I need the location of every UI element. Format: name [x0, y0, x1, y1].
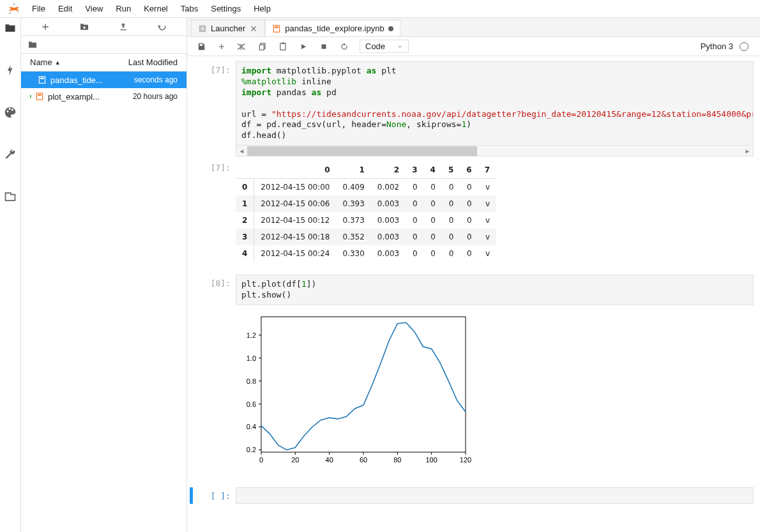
- running-icon[interactable]: [4, 64, 17, 77]
- copy-button[interactable]: [254, 39, 271, 54]
- kernel-status-icon[interactable]: [740, 42, 749, 51]
- column-header: 3: [406, 162, 423, 179]
- code-cell[interactable]: [8]: plt.plot(df[1]) plt.show(): [187, 273, 760, 307]
- menu-edit[interactable]: Edit: [52, 1, 79, 16]
- table-cell: 0.003: [371, 212, 406, 229]
- table-cell: 2012-04-15 00:12: [254, 212, 337, 229]
- table-cell: 0: [406, 179, 423, 196]
- notebook-icon: [38, 75, 47, 84]
- dataframe-table: 0123456702012-04-15 00:000.4090.0020000v…: [236, 162, 496, 262]
- table-cell: 0.330: [337, 245, 371, 262]
- row-index: 2: [236, 212, 254, 229]
- code-cell[interactable]: [7]: import matplotlib.pyplot as plt %ma…: [187, 60, 760, 158]
- row-index: 0: [236, 179, 254, 196]
- table-cell: 0: [406, 245, 423, 262]
- sort-caret-icon: ▲: [55, 59, 61, 66]
- table-cell: 0: [442, 195, 460, 212]
- table-cell: 0.003: [371, 229, 406, 245]
- table-cell: 0: [460, 245, 478, 262]
- filebrowser-toolbar: [21, 18, 186, 36]
- table-cell: 0.373: [337, 212, 371, 229]
- table-cell: 0: [424, 245, 442, 262]
- notebook[interactable]: [7]: import matplotlib.pyplot as plt %ma…: [187, 56, 760, 532]
- table-cell: 0.003: [371, 245, 406, 262]
- kernel-name[interactable]: Python 3: [701, 42, 733, 51]
- tab[interactable]: Launcher: [191, 20, 265, 36]
- refresh-button[interactable]: [142, 22, 181, 32]
- menu-view[interactable]: View: [79, 1, 109, 16]
- cell-selection-bar: [190, 487, 193, 504]
- x-tick-label: 120: [460, 456, 471, 464]
- table-cell: 0: [424, 229, 442, 245]
- folder-icon[interactable]: [4, 22, 17, 34]
- scrollbar-thumb[interactable]: [247, 146, 477, 156]
- breadcrumb[interactable]: [21, 36, 186, 54]
- file-browser: Name ▲ Last Modified pandas_tide... seco…: [21, 18, 187, 532]
- table-cell: v: [478, 212, 496, 229]
- add-cell-button[interactable]: [213, 39, 231, 54]
- file-row[interactable]: pandas_tide... seconds ago: [21, 72, 186, 88]
- launcher-icon: [198, 24, 207, 33]
- file-row[interactable]: plot_exampl... 20 hours ago: [21, 88, 186, 105]
- code-input[interactable]: [236, 487, 754, 504]
- menu-help[interactable]: Help: [247, 1, 277, 16]
- stop-button[interactable]: [315, 39, 333, 54]
- menu-file[interactable]: File: [26, 1, 52, 16]
- notebook-icon: [272, 24, 281, 33]
- output-prompt: [190, 308, 236, 472]
- scroll-left-icon[interactable]: ◄: [236, 148, 247, 155]
- new-launcher-button[interactable]: [26, 22, 65, 32]
- column-modified[interactable]: Last Modified: [128, 57, 178, 67]
- table-cell: 0.003: [371, 195, 406, 212]
- run-button[interactable]: [294, 39, 312, 54]
- celltype-select[interactable]: Code: [360, 40, 409, 53]
- column-name[interactable]: Name ▲: [30, 57, 61, 67]
- cut-button[interactable]: [233, 39, 251, 54]
- x-tick-label: 80: [393, 456, 401, 464]
- new-folder-button[interactable]: [65, 22, 104, 32]
- table-cell: 0.002: [371, 179, 406, 196]
- x-tick-label: 40: [326, 456, 333, 464]
- menu-settings[interactable]: Settings: [204, 1, 247, 16]
- running-dot-icon: [30, 95, 31, 98]
- upload-button[interactable]: [104, 22, 143, 32]
- output-cell: [7]: 0123456702012-04-15 00:000.4090.002…: [187, 158, 760, 263]
- svg-rect-3: [39, 77, 45, 84]
- menu-run[interactable]: Run: [109, 1, 137, 16]
- input-prompt: [8]:: [190, 275, 236, 305]
- column-header: 5: [442, 162, 460, 179]
- restart-button[interactable]: [335, 39, 353, 54]
- table-cell: v: [478, 229, 496, 245]
- activity-bar: [0, 18, 21, 532]
- close-icon[interactable]: [249, 24, 258, 33]
- menu-tabs[interactable]: Tabs: [174, 1, 204, 16]
- wrench-icon[interactable]: [4, 148, 17, 161]
- tab[interactable]: pandas_tide_explore.ipynb: [265, 20, 400, 36]
- tab-label: pandas_tide_explore.ipynb: [285, 24, 384, 33]
- scroll-right-icon[interactable]: ►: [742, 148, 753, 155]
- table-cell: v: [478, 179, 496, 196]
- svg-point-0: [13, 3, 15, 5]
- code-input[interactable]: import matplotlib.pyplot as plt %matplot…: [236, 61, 754, 146]
- code-input[interactable]: plt.plot(df[1]) plt.show(): [236, 275, 754, 305]
- file-modified: 20 hours ago: [133, 92, 178, 101]
- svg-rect-15: [261, 317, 466, 452]
- tab-label: Launcher: [211, 24, 245, 33]
- menu-kernel[interactable]: Kernel: [137, 1, 174, 16]
- dirty-indicator-icon: [388, 26, 393, 31]
- palette-icon[interactable]: [4, 106, 17, 119]
- column-header: 1: [337, 162, 371, 179]
- svg-point-2: [18, 11, 19, 13]
- paste-button[interactable]: [274, 39, 292, 54]
- x-tick-label: 100: [425, 456, 437, 464]
- save-button[interactable]: [192, 39, 210, 54]
- folder-icon: [27, 40, 38, 50]
- active-code-cell[interactable]: [ ]:: [187, 483, 760, 508]
- horizontal-scrollbar[interactable]: ◄ ►: [236, 146, 754, 156]
- jupyter-logo: [8, 3, 20, 15]
- notebook-toolbar: Code Python 3: [187, 37, 760, 56]
- svg-rect-9: [275, 26, 278, 27]
- tabs-icon[interactable]: [4, 190, 17, 203]
- table-cell: 0: [424, 195, 442, 212]
- notebook-icon: [35, 92, 44, 101]
